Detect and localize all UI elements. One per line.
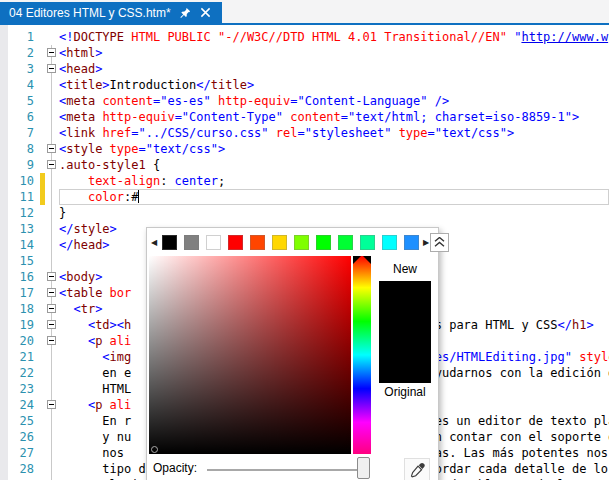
code-text[interactable]: color:#: [59, 189, 609, 205]
swatch-scroll-right-icon[interactable]: ▶: [422, 238, 430, 247]
line-number: 24: [0, 397, 40, 413]
line-number: 26: [0, 429, 40, 445]
code-line[interactable]: 2<html>: [0, 45, 609, 61]
code-line[interactable]: 3<head>: [0, 61, 609, 77]
fold-margin: [45, 93, 59, 109]
color-swatch[interactable]: [228, 235, 243, 250]
line-number: 13: [0, 221, 40, 237]
fold-toggle[interactable]: [47, 64, 56, 73]
code-text[interactable]: <head>: [59, 61, 609, 77]
swatch-row: ◀ ▶: [150, 233, 435, 251]
code-text[interactable]: <!DOCTYPE HTML PUBLIC "-//W3C//DTD HTML …: [59, 29, 609, 45]
swatch-scroll-left-icon[interactable]: ◀: [150, 238, 158, 247]
code-line[interactable]: 10 text-align: center;: [0, 173, 609, 189]
code-text[interactable]: <style type="text/css">: [59, 141, 609, 157]
fold-toggle[interactable]: [47, 144, 56, 153]
hue-marker-icon: [353, 256, 371, 264]
code-editor[interactable]: 1<!DOCTYPE HTML PUBLIC "-//W3C//DTD HTML…: [0, 25, 609, 480]
fold-margin: [45, 445, 59, 461]
pin-icon[interactable]: [178, 6, 192, 20]
line-number: 11: [0, 189, 40, 205]
code-text[interactable]: .auto-style1 {: [59, 157, 609, 173]
code-line[interactable]: 1<!DOCTYPE HTML PUBLIC "-//W3C//DTD HTML…: [0, 29, 609, 45]
eyedropper-button[interactable]: [404, 458, 430, 480]
fold-margin: [45, 221, 59, 237]
code-text[interactable]: <title>Introduction</title>: [59, 77, 609, 93]
fold-margin: [45, 381, 59, 397]
fold-toggle[interactable]: [47, 160, 56, 169]
double-chevron-up-icon: [434, 237, 445, 247]
fold-toggle[interactable]: [47, 336, 56, 345]
fold-margin: [45, 205, 59, 221]
line-number: 19: [0, 317, 40, 333]
document-tab[interactable]: 04 Editores HTML y CSS.htm*: [0, 2, 222, 23]
opacity-slider-thumb[interactable]: [357, 457, 370, 479]
fold-margin: [45, 317, 59, 333]
color-swatch[interactable]: [360, 235, 375, 250]
code-line[interactable]: 4<title>Introduction</title>: [0, 77, 609, 93]
color-swatch[interactable]: [250, 235, 265, 250]
fold-margin: [45, 189, 59, 205]
color-swatch[interactable]: [294, 235, 309, 250]
fold-margin: [45, 269, 59, 285]
fold-margin: [45, 413, 59, 429]
fold-margin: [45, 397, 59, 413]
line-number: 3: [0, 61, 40, 77]
fold-toggle[interactable]: [47, 304, 56, 313]
text-cursor: [138, 190, 139, 203]
color-swatch[interactable]: [338, 235, 353, 250]
hue-slider[interactable]: [353, 256, 371, 454]
code-text[interactable]: <meta content="es-es" http-equiv="Conten…: [59, 93, 609, 109]
code-text[interactable]: <link href="../CSS/curso.css" rel="style…: [59, 125, 609, 141]
color-picker-popup: ◀ ▶ New Original Opacity:: [146, 227, 439, 480]
color-swatch[interactable]: [272, 235, 287, 250]
fold-margin: [45, 285, 59, 301]
color-swatch[interactable]: [382, 235, 397, 250]
fold-toggle[interactable]: [47, 288, 56, 297]
code-text[interactable]: <html>: [59, 45, 609, 61]
code-line[interactable]: 8<style type="text/css">: [0, 141, 609, 157]
fold-toggle[interactable]: [47, 272, 56, 281]
code-text[interactable]: <meta http-equiv="Content-Type" content=…: [59, 109, 609, 125]
fold-margin: [45, 429, 59, 445]
line-number: 1: [0, 29, 40, 45]
fold-margin: [45, 77, 59, 93]
fold-margin: [45, 45, 59, 61]
line-number: 17: [0, 285, 40, 301]
code-line[interactable]: 5<meta content="es-es" http-equiv="Conte…: [0, 93, 609, 109]
code-line[interactable]: 6<meta http-equiv="Content-Type" content…: [0, 109, 609, 125]
line-number: 27: [0, 445, 40, 461]
opacity-slider-track[interactable]: [207, 469, 369, 471]
fold-toggle[interactable]: [47, 48, 56, 57]
line-number: 5: [0, 93, 40, 109]
line-number: 15: [0, 253, 40, 269]
color-swatch[interactable]: [184, 235, 199, 250]
code-text[interactable]: }: [59, 205, 609, 221]
color-swatch[interactable]: [404, 235, 419, 250]
fold-margin: [45, 333, 59, 349]
line-number: 6: [0, 109, 40, 125]
code-line[interactable]: 9.auto-style1 {: [0, 157, 609, 173]
tab-bar: 04 Editores HTML y CSS.htm*: [0, 0, 609, 25]
saturation-value-area[interactable]: [149, 256, 351, 454]
color-swatch[interactable]: [162, 235, 177, 250]
code-text[interactable]: text-align: center;: [59, 173, 609, 189]
close-icon[interactable]: [199, 6, 213, 20]
line-number: 18: [0, 301, 40, 317]
line-number: 23: [0, 381, 40, 397]
original-color-label: Original: [371, 385, 439, 399]
sv-selection-marker[interactable]: [151, 446, 158, 453]
code-line[interactable]: 12}: [0, 205, 609, 221]
code-line[interactable]: 7<link href="../CSS/curso.css" rel="styl…: [0, 125, 609, 141]
collapse-picker-button[interactable]: [430, 233, 449, 252]
color-swatch[interactable]: [206, 235, 221, 250]
color-swatch[interactable]: [316, 235, 331, 250]
fold-margin: [45, 237, 59, 253]
fold-toggle[interactable]: [47, 320, 56, 329]
code-line[interactable]: 11 color:#: [0, 189, 609, 205]
line-number: 21: [0, 349, 40, 365]
line-number: 9: [0, 157, 40, 173]
fold-margin: [45, 125, 59, 141]
new-color-label: New: [379, 262, 431, 276]
fold-toggle[interactable]: [47, 400, 56, 409]
